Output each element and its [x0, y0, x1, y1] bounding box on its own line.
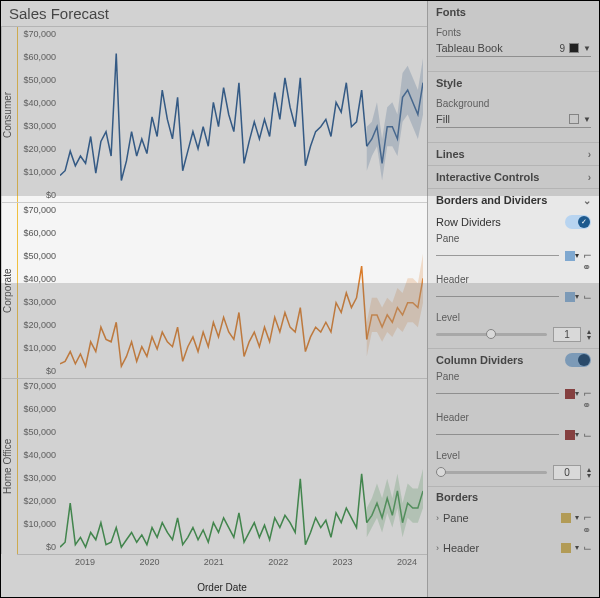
- chart-panel-consumer: Consumer $70,000$60,000$50,000$40,000$30…: [1, 26, 427, 202]
- plot-homeoffice[interactable]: [60, 381, 423, 552]
- fonts-label: Fonts: [436, 27, 591, 38]
- chart-panel-homeoffice: Home Office $70,000$60,000$50,000$40,000…: [1, 378, 427, 554]
- col-dividers-label: Column Dividers: [436, 354, 523, 366]
- col-dividers-row: Column Dividers: [428, 348, 599, 371]
- section-borders-dividers[interactable]: Borders and Dividers⌄: [428, 188, 599, 211]
- row-header-style[interactable]: ▾ ⌙: [428, 287, 599, 308]
- link-icon[interactable]: ⚭: [582, 399, 591, 411]
- row-pane-label: Pane: [428, 233, 599, 244]
- link-icon[interactable]: ⚭: [582, 524, 591, 536]
- row-dividers-label: Row Dividers: [436, 216, 501, 228]
- col-pane-label: Pane: [428, 371, 599, 382]
- chevron-right-icon: ›: [588, 149, 591, 160]
- borders-label: Borders: [436, 491, 478, 503]
- segment-label-consumer: Consumer: [1, 27, 17, 202]
- borders-header[interactable]: ›Header ▾⌙: [428, 537, 599, 558]
- col-header-label: Header: [428, 412, 599, 423]
- col-level-label: Level: [428, 446, 599, 461]
- chevron-down-icon: ⌄: [583, 195, 591, 206]
- plot-corporate[interactable]: [60, 205, 423, 376]
- row-dividers-row: Row Dividers ✓: [428, 211, 599, 233]
- col-header-style[interactable]: ▾ ⌙: [428, 425, 599, 446]
- chevron-right-icon: ›: [588, 172, 591, 183]
- yaxis-homeoffice: $70,000$60,000$50,000$40,000$30,000$20,0…: [18, 379, 60, 554]
- xaxis-label: Order Date: [17, 582, 427, 597]
- col-level-slider[interactable]: [436, 471, 547, 474]
- segment-label-corporate: Corporate: [1, 203, 17, 378]
- chart-panel-corporate: Corporate $70,000$60,000$50,000$40,000$3…: [1, 202, 427, 378]
- row-level-label: Level: [428, 308, 599, 323]
- col-level-value[interactable]: 0: [553, 465, 581, 480]
- plot-consumer[interactable]: [60, 29, 423, 200]
- page-title: Sales Forecast: [1, 1, 427, 26]
- section-style[interactable]: Style: [428, 71, 599, 94]
- xaxis-ticks: 201920202021202220232024: [75, 555, 427, 582]
- link-icon[interactable]: ⚭: [582, 261, 591, 273]
- fill-select[interactable]: Fill ▼: [436, 111, 591, 128]
- section-fonts[interactable]: Fonts: [428, 1, 599, 23]
- format-pane: Fonts Fonts Tableau Book 9▼ Style Backgr…: [427, 1, 599, 597]
- row-header-label: Header: [428, 274, 599, 285]
- yaxis-consumer: $70,000$60,000$50,000$40,000$30,000$20,0…: [18, 27, 60, 202]
- yaxis-corporate: $70,000$60,000$50,000$40,000$30,000$20,0…: [18, 203, 60, 378]
- background-label: Background: [436, 98, 591, 109]
- row-level-value[interactable]: 1: [553, 327, 581, 342]
- section-interactive[interactable]: Interactive Controls›: [428, 165, 599, 188]
- row-level-slider[interactable]: [436, 333, 547, 336]
- segment-label-homeoffice: Home Office: [1, 379, 17, 554]
- row-dividers-toggle[interactable]: ✓: [565, 215, 591, 229]
- charts-area: Consumer $70,000$60,000$50,000$40,000$30…: [1, 26, 427, 554]
- section-lines[interactable]: Lines›: [428, 142, 599, 165]
- font-select[interactable]: Tableau Book 9▼: [436, 40, 591, 57]
- col-dividers-toggle[interactable]: [565, 353, 591, 367]
